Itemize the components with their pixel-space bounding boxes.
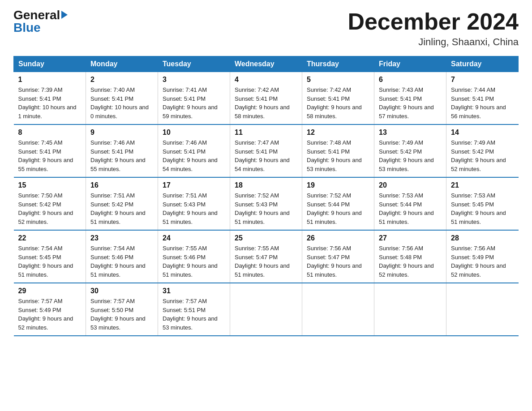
day-number: 25 bbox=[235, 234, 297, 242]
day-number: 27 bbox=[379, 234, 442, 242]
calendar-cell: 16Sunrise: 7:51 AMSunset: 5:42 PMDayligh… bbox=[86, 177, 158, 230]
month-title: December 2024 bbox=[348, 9, 519, 34]
day-info: Sunrise: 7:57 AMSunset: 5:50 PMDaylight:… bbox=[90, 297, 153, 332]
calendar-cell: 17Sunrise: 7:51 AMSunset: 5:43 PMDayligh… bbox=[158, 177, 230, 230]
day-info: Sunrise: 7:41 AMSunset: 5:41 PMDaylight:… bbox=[163, 86, 225, 120]
calendar-cell: 26Sunrise: 7:56 AMSunset: 5:47 PMDayligh… bbox=[302, 230, 374, 283]
day-number: 4 bbox=[235, 76, 297, 84]
logo-general: General bbox=[13, 9, 60, 21]
day-number: 8 bbox=[18, 128, 82, 137]
title-block: December 2024 Jinling, Shaanxi, China bbox=[348, 9, 519, 48]
calendar-cell: 23Sunrise: 7:54 AMSunset: 5:46 PMDayligh… bbox=[86, 230, 158, 283]
calendar-cell: 12Sunrise: 7:48 AMSunset: 5:41 PMDayligh… bbox=[302, 124, 374, 177]
logo-blue: Blue bbox=[13, 21, 68, 34]
calendar-cell: 19Sunrise: 7:52 AMSunset: 5:44 PMDayligh… bbox=[302, 177, 374, 230]
calendar-week-row: 29Sunrise: 7:57 AMSunset: 5:49 PMDayligh… bbox=[14, 283, 519, 336]
calendar-cell: 8Sunrise: 7:45 AMSunset: 5:41 PMDaylight… bbox=[14, 124, 86, 177]
day-number: 2 bbox=[90, 76, 153, 84]
calendar-cell: 10Sunrise: 7:46 AMSunset: 5:41 PMDayligh… bbox=[158, 124, 230, 177]
calendar-cell: 18Sunrise: 7:52 AMSunset: 5:43 PMDayligh… bbox=[230, 177, 302, 230]
day-info: Sunrise: 7:55 AMSunset: 5:47 PMDaylight:… bbox=[235, 244, 297, 279]
day-info: Sunrise: 7:39 AMSunset: 5:41 PMDaylight:… bbox=[18, 86, 82, 120]
day-number: 11 bbox=[235, 128, 297, 137]
day-number: 19 bbox=[307, 181, 369, 189]
day-info: Sunrise: 7:51 AMSunset: 5:42 PMDaylight:… bbox=[90, 191, 153, 226]
day-number: 21 bbox=[451, 181, 514, 189]
calendar-cell: 22Sunrise: 7:54 AMSunset: 5:45 PMDayligh… bbox=[14, 230, 86, 283]
calendar-cell: 21Sunrise: 7:53 AMSunset: 5:45 PMDayligh… bbox=[446, 177, 519, 230]
day-number: 17 bbox=[163, 181, 225, 189]
day-info: Sunrise: 7:49 AMSunset: 5:42 PMDaylight:… bbox=[379, 138, 442, 173]
day-number: 30 bbox=[90, 287, 153, 295]
logo: General Blue bbox=[13, 9, 68, 34]
day-info: Sunrise: 7:48 AMSunset: 5:41 PMDaylight:… bbox=[307, 138, 369, 173]
day-info: Sunrise: 7:57 AMSunset: 5:51 PMDaylight:… bbox=[163, 297, 225, 332]
calendar-cell bbox=[302, 283, 374, 336]
day-info: Sunrise: 7:53 AMSunset: 5:45 PMDaylight:… bbox=[451, 191, 514, 226]
calendar-cell: 14Sunrise: 7:49 AMSunset: 5:42 PMDayligh… bbox=[446, 124, 519, 177]
logo-arrow-icon bbox=[61, 11, 68, 19]
day-number: 20 bbox=[379, 181, 442, 189]
day-number: 13 bbox=[379, 128, 442, 137]
day-info: Sunrise: 7:42 AMSunset: 5:41 PMDaylight:… bbox=[235, 86, 297, 120]
calendar-cell: 1Sunrise: 7:39 AMSunset: 5:41 PMDaylight… bbox=[14, 72, 86, 125]
calendar-cell bbox=[230, 283, 302, 336]
calendar-cell: 5Sunrise: 7:42 AMSunset: 5:41 PMDaylight… bbox=[302, 72, 374, 125]
calendar-cell: 27Sunrise: 7:56 AMSunset: 5:48 PMDayligh… bbox=[374, 230, 446, 283]
calendar-week-row: 22Sunrise: 7:54 AMSunset: 5:45 PMDayligh… bbox=[14, 230, 519, 283]
calendar-week-row: 15Sunrise: 7:50 AMSunset: 5:42 PMDayligh… bbox=[14, 177, 519, 230]
calendar-week-row: 1Sunrise: 7:39 AMSunset: 5:41 PMDaylight… bbox=[14, 72, 519, 125]
calendar-cell bbox=[374, 283, 446, 336]
day-info: Sunrise: 7:49 AMSunset: 5:42 PMDaylight:… bbox=[451, 138, 514, 173]
calendar-cell: 6Sunrise: 7:43 AMSunset: 5:41 PMDaylight… bbox=[374, 72, 446, 125]
day-number: 24 bbox=[163, 234, 225, 242]
day-number: 10 bbox=[163, 128, 225, 137]
day-info: Sunrise: 7:42 AMSunset: 5:41 PMDaylight:… bbox=[307, 86, 369, 120]
day-info: Sunrise: 7:46 AMSunset: 5:41 PMDaylight:… bbox=[163, 138, 225, 173]
location-title: Jinling, Shaanxi, China bbox=[348, 36, 519, 48]
day-info: Sunrise: 7:52 AMSunset: 5:44 PMDaylight:… bbox=[307, 191, 369, 226]
day-number: 12 bbox=[307, 128, 369, 137]
day-info: Sunrise: 7:46 AMSunset: 5:41 PMDaylight:… bbox=[90, 138, 153, 173]
calendar-cell: 9Sunrise: 7:46 AMSunset: 5:41 PMDaylight… bbox=[86, 124, 158, 177]
day-number: 14 bbox=[451, 128, 514, 137]
calendar-cell: 28Sunrise: 7:56 AMSunset: 5:49 PMDayligh… bbox=[446, 230, 519, 283]
calendar-cell: 4Sunrise: 7:42 AMSunset: 5:41 PMDaylight… bbox=[230, 72, 302, 125]
day-number: 1 bbox=[18, 76, 82, 84]
day-number: 18 bbox=[235, 181, 297, 189]
day-number: 31 bbox=[163, 287, 225, 295]
calendar-cell: 15Sunrise: 7:50 AMSunset: 5:42 PMDayligh… bbox=[14, 177, 86, 230]
day-info: Sunrise: 7:54 AMSunset: 5:45 PMDaylight:… bbox=[18, 244, 82, 279]
calendar-cell: 20Sunrise: 7:53 AMSunset: 5:44 PMDayligh… bbox=[374, 177, 446, 230]
day-number: 3 bbox=[163, 76, 225, 84]
weekday-header-saturday: Saturday bbox=[446, 56, 519, 72]
calendar-cell: 31Sunrise: 7:57 AMSunset: 5:51 PMDayligh… bbox=[158, 283, 230, 336]
page-header: General Blue December 2024 Jinling, Shaa… bbox=[13, 9, 519, 48]
day-info: Sunrise: 7:53 AMSunset: 5:44 PMDaylight:… bbox=[379, 191, 442, 226]
calendar-cell: 3Sunrise: 7:41 AMSunset: 5:41 PMDaylight… bbox=[158, 72, 230, 125]
day-info: Sunrise: 7:56 AMSunset: 5:48 PMDaylight:… bbox=[379, 244, 442, 279]
day-info: Sunrise: 7:54 AMSunset: 5:46 PMDaylight:… bbox=[90, 244, 153, 279]
day-number: 28 bbox=[451, 234, 514, 242]
weekday-header-thursday: Thursday bbox=[302, 56, 374, 72]
day-info: Sunrise: 7:57 AMSunset: 5:49 PMDaylight:… bbox=[18, 297, 82, 332]
day-info: Sunrise: 7:43 AMSunset: 5:41 PMDaylight:… bbox=[379, 86, 442, 120]
day-number: 29 bbox=[18, 287, 82, 295]
day-info: Sunrise: 7:40 AMSunset: 5:41 PMDaylight:… bbox=[90, 86, 153, 120]
day-info: Sunrise: 7:56 AMSunset: 5:47 PMDaylight:… bbox=[307, 244, 369, 279]
calendar-cell: 13Sunrise: 7:49 AMSunset: 5:42 PMDayligh… bbox=[374, 124, 446, 177]
calendar-cell: 29Sunrise: 7:57 AMSunset: 5:49 PMDayligh… bbox=[14, 283, 86, 336]
day-number: 16 bbox=[90, 181, 153, 189]
weekday-header-wednesday: Wednesday bbox=[230, 56, 302, 72]
day-number: 22 bbox=[18, 234, 82, 242]
weekday-header-tuesday: Tuesday bbox=[158, 56, 230, 72]
calendar-cell: 2Sunrise: 7:40 AMSunset: 5:41 PMDaylight… bbox=[86, 72, 158, 125]
calendar-cell: 24Sunrise: 7:55 AMSunset: 5:46 PMDayligh… bbox=[158, 230, 230, 283]
day-number: 15 bbox=[18, 181, 82, 189]
calendar-cell: 7Sunrise: 7:44 AMSunset: 5:41 PMDaylight… bbox=[446, 72, 519, 125]
calendar-cell: 11Sunrise: 7:47 AMSunset: 5:41 PMDayligh… bbox=[230, 124, 302, 177]
calendar-cell: 30Sunrise: 7:57 AMSunset: 5:50 PMDayligh… bbox=[86, 283, 158, 336]
calendar-cell: 25Sunrise: 7:55 AMSunset: 5:47 PMDayligh… bbox=[230, 230, 302, 283]
day-number: 5 bbox=[307, 76, 369, 84]
day-number: 7 bbox=[451, 76, 514, 84]
